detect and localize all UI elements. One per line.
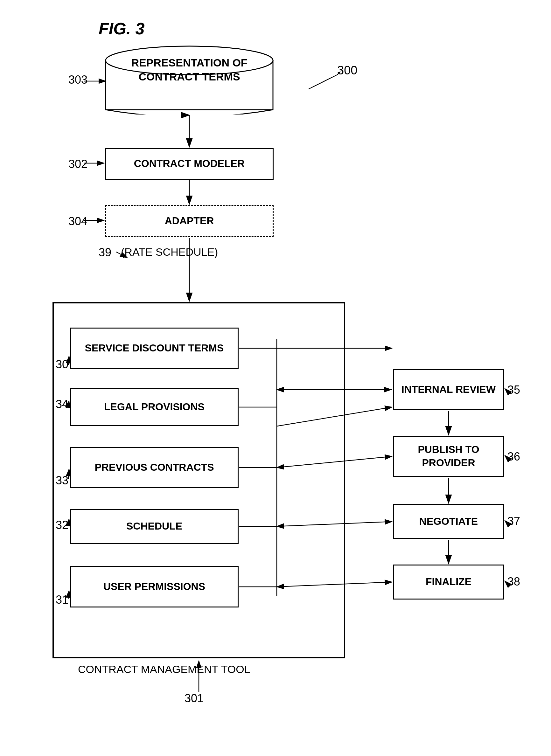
box-legal: LEGAL PROVISIONS xyxy=(70,388,238,426)
ref-36: 36 xyxy=(507,450,520,464)
fig-title: FIG. 3 xyxy=(99,19,144,38)
contract-modeler-label: CONTRACT MODELER xyxy=(134,157,244,170)
adapter-label: ADAPTER xyxy=(165,214,214,228)
rate-schedule-label: (RATE SCHEDULE) xyxy=(121,245,218,259)
ref-39: 39 xyxy=(99,246,111,259)
ref-32: 32 xyxy=(56,519,68,532)
service-discount-label: SERVICE DISCOUNT TERMS xyxy=(85,341,224,355)
ref-34: 34 xyxy=(56,398,68,411)
ref-300: 300 xyxy=(337,64,357,77)
previous-contracts-label: PREVIOUS CONTRACTS xyxy=(94,461,214,474)
ref-38: 38 xyxy=(507,575,520,588)
cmt-label: CONTRACT MANAGEMENT TOOL xyxy=(78,663,250,676)
ref-304: 304 xyxy=(68,215,87,228)
svg-line-39 xyxy=(505,521,506,522)
negotiate-label: NEGOTIATE xyxy=(419,515,478,528)
schedule-label: SCHEDULE xyxy=(126,520,182,533)
svg-line-38 xyxy=(505,456,506,457)
cylinder-label: REPRESENTATION OF CONTRACT TERMS xyxy=(111,56,267,84)
svg-line-9 xyxy=(309,75,337,89)
ref-301: 301 xyxy=(184,692,203,705)
ref-33: 33 xyxy=(56,474,68,487)
ref-30: 30 xyxy=(56,358,68,371)
box-publish: PUBLISH TO PROVIDER xyxy=(393,436,504,477)
box-finalize: FINALIZE xyxy=(393,565,504,600)
box-internal-review: INTERNAL REVIEW xyxy=(393,369,504,410)
box-negotiate: NEGOTIATE xyxy=(393,504,504,539)
publish-label: PUBLISH TO PROVIDER xyxy=(394,443,503,470)
diagram-container: FIG. 3 300 REPRESENTATION OF CONTRACT TE… xyxy=(0,0,551,756)
legal-provisions-label: LEGAL PROVISIONS xyxy=(104,401,204,414)
finalize-label: FINALIZE xyxy=(426,575,472,589)
box-user-permissions: USER PERMISSIONS xyxy=(70,566,238,608)
svg-line-40 xyxy=(505,581,506,582)
svg-line-37 xyxy=(505,389,506,390)
box-service-discount: SERVICE DISCOUNT TERMS xyxy=(70,327,238,369)
ref-303: 303 xyxy=(68,73,87,86)
box-contract-modeler: CONTRACT MODELER xyxy=(105,148,273,180)
box-previous: PREVIOUS CONTRACTS xyxy=(70,447,238,488)
ref-35: 35 xyxy=(507,383,520,397)
box-schedule: SCHEDULE xyxy=(70,509,238,544)
ref-31: 31 xyxy=(56,593,68,607)
box-adapter: ADAPTER xyxy=(105,205,273,237)
user-permissions-label: USER PERMISSIONS xyxy=(103,580,205,594)
ref-302: 302 xyxy=(68,157,87,171)
ref-37: 37 xyxy=(507,515,520,528)
internal-review-label: INTERNAL REVIEW xyxy=(402,383,496,396)
